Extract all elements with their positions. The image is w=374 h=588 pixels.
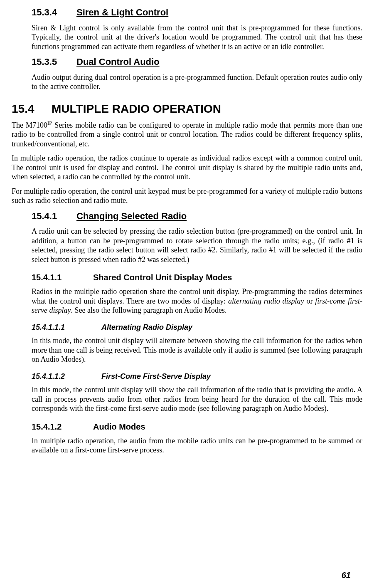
paragraph: In multiple radio operation, the audio f… [32,436,362,455]
text-italic: alternating radio display [228,297,304,305]
heading-15-3-5: 15.3.5Dual Control Audio [32,56,362,68]
heading-15-4-1-1-1: 15.4.1.1.1Alternating Radio Display [32,323,362,332]
heading-number: 15.4.1.1 [32,272,93,283]
superscript-ip: IP [47,120,52,126]
heading-title: First-Come First-Serve Display [101,372,211,380]
heading-number: 15.3.5 [32,56,76,68]
heading-title: Shared Control Unit Display Modes [93,273,232,282]
heading-title: Dual Control Audio [76,57,160,67]
heading-number: 15.4.1.1.1 [32,323,101,332]
heading-number: 15.4.1.1.2 [32,372,101,381]
paragraph: A radio unit can be selected by pressing… [32,227,362,264]
heading-title: MULTIPLE RADIO OPERATION [52,102,221,115]
page-number: 61 [342,570,351,581]
paragraph: For multiple radio operation, the contro… [12,187,362,205]
heading-15-4: 15.4MULTIPLE RADIO OPERATION [12,101,362,116]
heading-15-4-1-1: 15.4.1.1Shared Control Unit Display Mode… [32,272,362,283]
heading-15-3-4: 15.3.4Siren & Light Control [32,7,362,18]
heading-number: 15.3.4 [32,7,76,18]
heading-15-4-1-1-2: 15.4.1.1.2First-Come First-Serve Display [32,372,362,381]
text: . See also the following paragraph on Au… [71,306,226,314]
paragraph: Radios in the multiple radio operation s… [32,287,362,315]
paragraph: In this mode, the control unit display w… [32,336,362,364]
heading-15-4-1: 15.4.1Changing Selected Radio [32,210,362,222]
text: The M7100 [12,121,47,129]
paragraph: Audio output during dual control operati… [32,73,362,91]
heading-title: Siren & Light Control [76,7,168,17]
paragraph: In multiple radio operation, the radios … [12,153,362,182]
paragraph: In this mode, the control unit display w… [32,385,362,413]
text: Series mobile radio can be configured to… [12,121,362,148]
heading-15-4-1-2: 15.4.1.2Audio Modes [32,422,362,432]
paragraph: Siren & Light control is only available … [32,23,362,52]
text: or [304,297,315,305]
paragraph: The M7100IP Series mobile radio can be c… [12,120,362,149]
heading-number: 15.4 [12,101,52,116]
heading-title: Changing Selected Radio [76,211,187,221]
heading-title: Alternating Radio Display [101,323,192,331]
heading-number: 15.4.1.2 [32,422,93,432]
heading-title: Audio Modes [93,422,145,431]
heading-number: 15.4.1 [32,210,76,222]
